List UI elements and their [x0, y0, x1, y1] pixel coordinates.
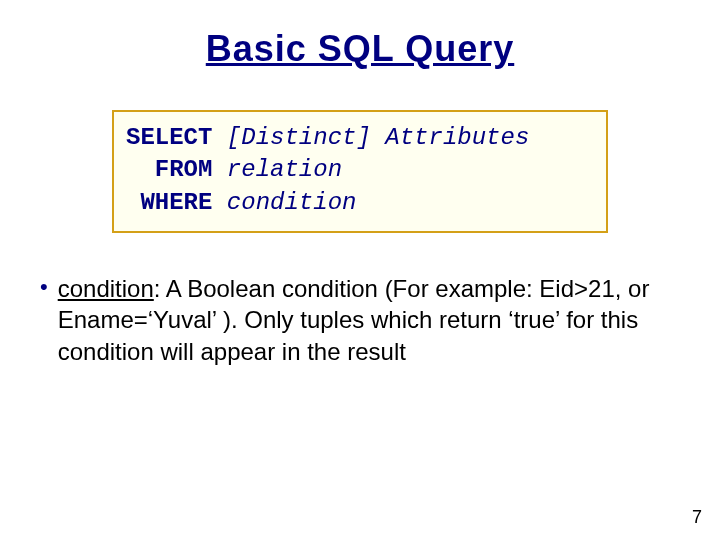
bullet-text: condition: A Boolean condition (For exam…: [58, 273, 680, 367]
slide-title: Basic SQL Query: [0, 28, 720, 70]
sql-line-select: SELECT [Distinct] Attributes: [126, 122, 594, 154]
distinct-option: [Distinct]: [227, 124, 371, 151]
sql-line-where: WHERE condition: [126, 187, 594, 219]
where-keyword: WHERE: [140, 189, 212, 216]
select-keyword: SELECT: [126, 124, 212, 151]
condition-placeholder: condition: [227, 189, 357, 216]
bullet-marker: •: [40, 273, 48, 302]
from-keyword: FROM: [155, 156, 213, 183]
bullet-list: • condition: A Boolean condition (For ex…: [40, 273, 680, 367]
bullet-term: condition: [58, 275, 154, 302]
bullet-item: • condition: A Boolean condition (For ex…: [40, 273, 680, 367]
sql-line-from: FROM relation: [126, 154, 594, 186]
page-number: 7: [692, 507, 702, 528]
relation-placeholder: relation: [227, 156, 342, 183]
sql-syntax-box: SELECT [Distinct] Attributes FROM relati…: [112, 110, 608, 233]
attributes-placeholder: Attributes: [385, 124, 529, 151]
